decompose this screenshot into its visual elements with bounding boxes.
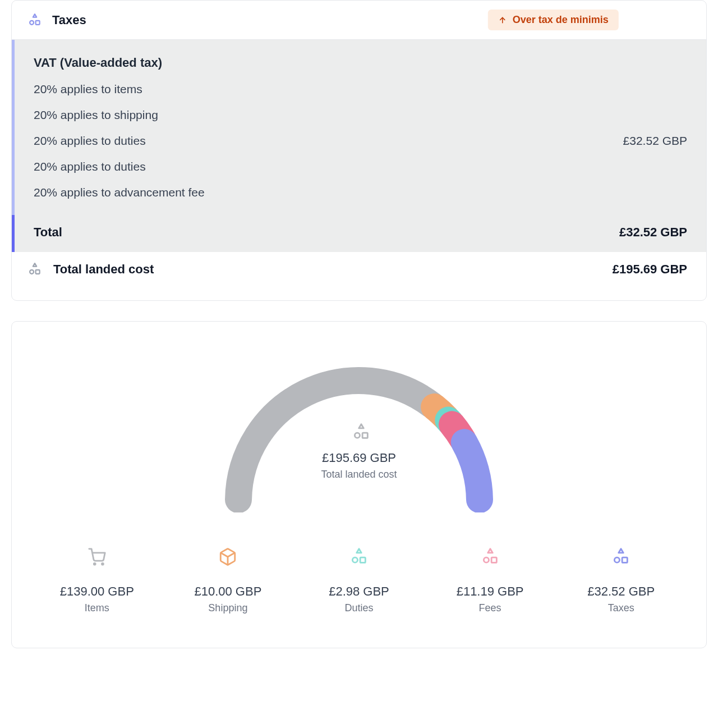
svg-rect-1 bbox=[36, 20, 40, 24]
fees-label: Fees bbox=[427, 602, 553, 614]
svg-rect-11 bbox=[491, 557, 496, 562]
taxes-amount: £32.52 GBP bbox=[558, 584, 684, 599]
vat-line: 20% applies to shipping bbox=[34, 108, 205, 122]
breakdown-grid: £139.00 GBP Items £10.00 GBP Shipping £2… bbox=[34, 546, 684, 614]
badge-text: Over tax de minimis bbox=[513, 14, 609, 26]
svg-point-4 bbox=[355, 433, 360, 438]
vat-title: VAT (Value-added tax) bbox=[34, 56, 687, 70]
svg-rect-9 bbox=[360, 557, 365, 562]
fees-amount: £11.19 GBP bbox=[427, 584, 553, 599]
total-landed-cost-row: Total landed cost £195.69 GBP bbox=[12, 252, 706, 300]
vat-line: 20% applies to duties bbox=[34, 160, 205, 173]
svg-point-12 bbox=[615, 557, 620, 562]
breakdown-items: £139.00 GBP Items bbox=[34, 546, 160, 614]
svg-rect-5 bbox=[362, 433, 367, 438]
taxes-title: Taxes bbox=[52, 13, 86, 28]
shipping-amount: £10.00 GBP bbox=[165, 584, 291, 599]
gauge-amount: £195.69 GBP bbox=[213, 451, 505, 465]
landed-cost-amount: £195.69 GBP bbox=[613, 262, 687, 277]
arrow-up-icon bbox=[498, 16, 507, 25]
vat-amount: £32.52 GBP bbox=[623, 134, 687, 148]
duties-label: Duties bbox=[296, 602, 422, 614]
breakdown-duties: £2.98 GBP Duties bbox=[296, 546, 422, 614]
shapes-icon bbox=[427, 546, 553, 567]
shapes-icon bbox=[27, 262, 42, 277]
box-icon bbox=[165, 546, 291, 567]
shipping-label: Shipping bbox=[165, 602, 291, 614]
svg-rect-3 bbox=[36, 270, 40, 274]
shapes-icon bbox=[558, 546, 684, 567]
vat-block: VAT (Value-added tax) 20% applies to ite… bbox=[12, 40, 706, 215]
breakdown-taxes: £32.52 GBP Taxes bbox=[558, 546, 684, 614]
items-label: Items bbox=[34, 602, 160, 614]
landed-cost-gauge: £195.69 GBP Total landed cost bbox=[213, 355, 505, 512]
svg-point-7 bbox=[102, 563, 103, 565]
taxes-card: Taxes Over tax de minimis VAT (Value-add… bbox=[11, 0, 707, 301]
svg-point-6 bbox=[94, 563, 95, 565]
shapes-icon bbox=[352, 423, 366, 437]
breakdown-fees: £11.19 GBP Fees bbox=[427, 546, 553, 614]
total-label: Total bbox=[34, 225, 62, 240]
duties-amount: £2.98 GBP bbox=[296, 584, 422, 599]
svg-point-0 bbox=[30, 20, 34, 24]
gauge-label: Total landed cost bbox=[213, 469, 505, 480]
vat-line: 20% applies to items bbox=[34, 83, 205, 96]
gauge-center: £195.69 GBP Total landed cost bbox=[213, 423, 505, 480]
total-amount: £32.52 GBP bbox=[619, 225, 687, 240]
svg-point-10 bbox=[484, 557, 489, 562]
svg-rect-13 bbox=[622, 557, 627, 562]
svg-point-8 bbox=[352, 557, 357, 562]
over-de-minimis-badge: Over tax de minimis bbox=[488, 10, 619, 30]
taxes-label: Taxes bbox=[558, 602, 684, 614]
cart-icon bbox=[34, 546, 160, 567]
vat-lines: 20% applies to items 20% applies to ship… bbox=[34, 83, 205, 199]
breakdown-card: £195.69 GBP Total landed cost £139.00 GB… bbox=[11, 321, 707, 648]
vat-line: 20% applies to duties bbox=[34, 134, 205, 148]
svg-point-2 bbox=[30, 270, 34, 274]
shapes-icon bbox=[296, 546, 422, 567]
taxes-header: Taxes Over tax de minimis bbox=[12, 1, 706, 40]
taxes-total-row: Total £32.52 GBP bbox=[12, 215, 706, 252]
items-amount: £139.00 GBP bbox=[34, 584, 160, 599]
vat-line: 20% applies to advancement fee bbox=[34, 186, 205, 199]
shapes-icon bbox=[27, 13, 42, 28]
landed-cost-label: Total landed cost bbox=[53, 262, 154, 277]
breakdown-shipping: £10.00 GBP Shipping bbox=[165, 546, 291, 614]
